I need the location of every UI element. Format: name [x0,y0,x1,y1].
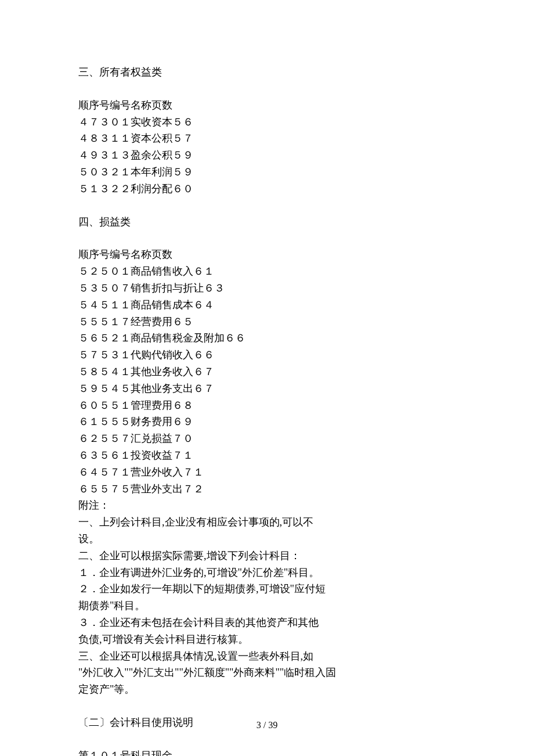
appendix-line: 一、上列会计科目,企业没有相应会计事项的,可以不 [78,514,456,531]
appendix-line: 定资产"等。 [78,681,456,698]
section-heading-profit-loss: 四、损益类 [78,214,456,231]
table-row: ６１５５５财务费用６９ [78,413,456,430]
table-row: ５１３２２利润分配６０ [78,181,456,197]
table-row: ６２５５７汇兑损益７０ [78,430,456,447]
table-row: ５７５３１代购代销收入６６ [78,347,456,363]
document-body: 三、所有者权益类 顺序号编号名称页数 ４７３０１实收资本５６ ４８３１１资本公积… [78,64,456,756]
table-row: ４８３１１资本公积５７ [78,130,456,147]
table-row: ４９３１３盈余公积５９ [78,147,456,164]
table-row: ５８５４１其他业务收入６７ [78,363,456,380]
table-row: ５０３２１本年利润５９ [78,164,456,181]
table-row: ５２５０１商品销售收入６１ [78,263,456,280]
table-header: 顺序号编号名称页数 [78,97,456,114]
appendix-line: ２．企业如发行一年期以下的短期债券,可增设"应付短 [78,581,456,597]
appendix-line: 期债券"科目。 [78,597,456,614]
appendix-line: 设。 [78,531,456,548]
table-row: ６０５５１管理费用６８ [78,397,456,414]
table-row: ６３５６１投资收益７１ [78,447,456,464]
table-row: ５５５１７经营费用６５ [78,314,456,330]
appendix-line: 负债,可增设有关会计科目进行核算。 [78,631,456,648]
appendix-line: "外汇收入""外汇支出""外汇额度""外商来料""临时租入固 [78,664,456,681]
appendix-line: １．企业有调进外汇业务的,可增设"外汇价差"科目。 [78,564,456,581]
table-row: ６５５７５营业外支出７２ [78,481,456,498]
table-row: ５９５４５其他业务支出６７ [78,380,456,397]
appendix-label: 附注： [78,497,456,514]
section-heading-equity: 三、所有者权益类 [78,64,456,81]
table-row: ６４５７１营业外收入７１ [78,464,456,481]
table-row: ５４５１１商品销售成本６４ [78,297,456,314]
table-row: ４７３０１实收资本５６ [78,114,456,131]
table-row: ５６５２１商品销售税金及附加６６ [78,330,456,347]
subject-heading: 第１０１号科目现金 [78,747,456,756]
appendix-line: 二、企业可以根据实际需要,增设下列会计科目： [78,548,456,564]
page-footer: 3 / 39 [0,718,534,733]
table-header: 顺序号编号名称页数 [78,246,456,263]
appendix-line: 三、企业还可以根据具体情况,设置一些表外科目,如 [78,648,456,665]
table-row: ５３５０７销售折扣与折让６３ [78,280,456,297]
appendix-line: ３．企业还有未包括在会计科目表的其他资产和其他 [78,614,456,631]
